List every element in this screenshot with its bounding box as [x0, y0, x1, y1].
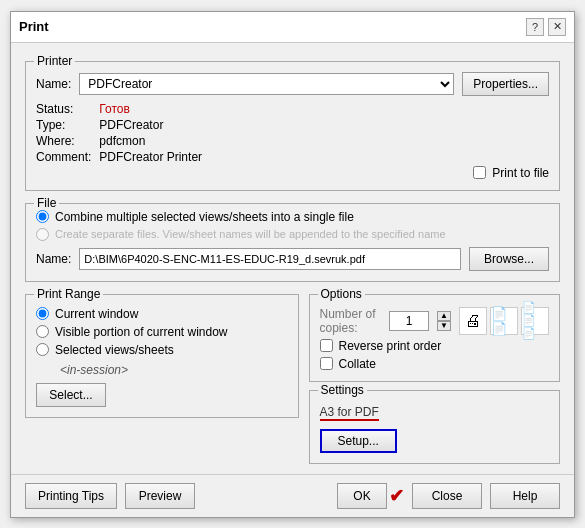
close-button[interactable]: ✕ [548, 18, 566, 36]
print-to-file-checkbox[interactable] [473, 166, 486, 179]
visible-portion-label: Visible portion of current window [55, 325, 228, 339]
print-range-group: Print Range Current window Visible porti… [25, 294, 299, 418]
comment-value: PDFCreator Printer [99, 150, 549, 164]
selected-views-row: Selected views/sheets [36, 343, 288, 357]
selected-views-label: Selected views/sheets [55, 343, 174, 357]
copies-spinner: ▲ ▼ [437, 311, 451, 331]
collate-label: Collate [339, 357, 376, 371]
help-button[interactable]: ? [526, 18, 544, 36]
printer-icon-2: 📄📄 [490, 307, 518, 335]
printer-name-row: Name: PDFCreator Properties... [36, 72, 549, 96]
file-option2-row: Create separate files. View/sheet names … [36, 228, 549, 241]
options-group-label: Options [318, 287, 365, 301]
type-label: Type: [36, 118, 91, 132]
close-dialog-button[interactable]: Close [412, 483, 482, 509]
file-name-row: Name: Browse... [36, 247, 549, 271]
name-label: Name: [36, 77, 71, 91]
copies-input[interactable] [389, 311, 429, 331]
printer-info: Status: Готов Type: PDFCreator Where: pd… [36, 102, 549, 164]
reverse-print-row: Reverse print order [320, 339, 550, 353]
file-group: File Combine multiple selected views/she… [25, 203, 560, 282]
printer-select[interactable]: PDFCreator [79, 73, 454, 95]
current-window-radio[interactable] [36, 307, 49, 320]
footer: Printing Tips Preview OK ✔ Close Help [11, 474, 574, 517]
copies-row: Number of copies: ▲ ▼ 🖨 📄📄 📄📄📄 [320, 307, 550, 335]
options-settings: Options Number of copies: ▲ ▼ 🖨 📄📄 📄� [309, 294, 561, 464]
settings-value: A3 for PDF [320, 405, 379, 421]
print-to-file-row: Print to file [36, 166, 549, 180]
file-name-label: Name: [36, 252, 71, 266]
copies-label: Number of copies: [320, 307, 382, 335]
spin-down[interactable]: ▼ [437, 321, 451, 331]
footer-left: Printing Tips Preview [25, 483, 195, 509]
preview-button[interactable]: Preview [125, 483, 195, 509]
settings-value-row: A3 for PDF [320, 401, 550, 425]
file-group-label: File [34, 196, 59, 210]
collate-row: Collate [320, 357, 550, 371]
visible-portion-radio[interactable] [36, 325, 49, 338]
properties-button[interactable]: Properties... [462, 72, 549, 96]
settings-group: Settings A3 for PDF Setup... [309, 390, 561, 464]
reverse-print-label: Reverse print order [339, 339, 442, 353]
title-bar-controls: ? ✕ [526, 18, 566, 36]
in-session-row: <in-session> [56, 363, 288, 377]
type-value: PDFCreator [99, 118, 549, 132]
selected-views-radio[interactable] [36, 343, 49, 356]
title-bar-left: Print [19, 19, 49, 34]
setup-button[interactable]: Setup... [320, 429, 397, 453]
reverse-print-checkbox[interactable] [320, 339, 333, 352]
print-dialog: Print ? ✕ Printer Name: PDFCreator Prope… [10, 11, 575, 518]
title-bar: Print ? ✕ [11, 12, 574, 43]
browse-button[interactable]: Browse... [469, 247, 549, 271]
options-group: Options Number of copies: ▲ ▼ 🖨 📄📄 📄� [309, 294, 561, 382]
collate-checkbox[interactable] [320, 357, 333, 370]
footer-right: OK ✔ Close Help [337, 483, 560, 509]
print-range-label: Print Range [34, 287, 103, 301]
file-option2-radio[interactable] [36, 228, 49, 241]
printer-group-label: Printer [34, 54, 75, 68]
comment-label: Comment: [36, 150, 91, 164]
printing-tips-button[interactable]: Printing Tips [25, 483, 117, 509]
dialog-body: Printer Name: PDFCreator Properties... S… [11, 43, 574, 474]
file-option2-label: Create separate files. View/sheet names … [55, 228, 446, 240]
ok-button[interactable]: OK [337, 483, 387, 509]
status-label: Status: [36, 102, 91, 116]
bottom-row: Print Range Current window Visible porti… [25, 294, 560, 464]
settings-group-label: Settings [318, 383, 367, 397]
file-name-input[interactable] [79, 248, 461, 270]
ok-btn-wrap: OK ✔ [337, 483, 404, 509]
file-option1-row: Combine multiple selected views/sheets i… [36, 210, 549, 224]
printer-icon-1: 🖨 [459, 307, 487, 335]
help-footer-button[interactable]: Help [490, 483, 560, 509]
status-value: Готов [99, 102, 549, 116]
spin-up[interactable]: ▲ [437, 311, 451, 321]
in-session-text: <in-session> [60, 363, 128, 377]
where-label: Where: [36, 134, 91, 148]
select-btn-row: Select... [36, 383, 288, 407]
where-value: pdfcmon [99, 134, 549, 148]
visible-portion-row: Visible portion of current window [36, 325, 288, 339]
file-option1-radio[interactable] [36, 210, 49, 223]
current-window-label: Current window [55, 307, 138, 321]
file-option1-label: Combine multiple selected views/sheets i… [55, 210, 354, 224]
ok-checkmark-icon: ✔ [389, 485, 404, 507]
printer-icon-3: 📄📄📄 [521, 307, 549, 335]
select-button[interactable]: Select... [36, 383, 106, 407]
print-to-file-label: Print to file [492, 166, 549, 180]
current-window-row: Current window [36, 307, 288, 321]
printer-icons: 🖨 📄📄 📄📄📄 [459, 307, 549, 335]
dialog-title: Print [19, 19, 49, 34]
printer-group: Printer Name: PDFCreator Properties... S… [25, 61, 560, 191]
